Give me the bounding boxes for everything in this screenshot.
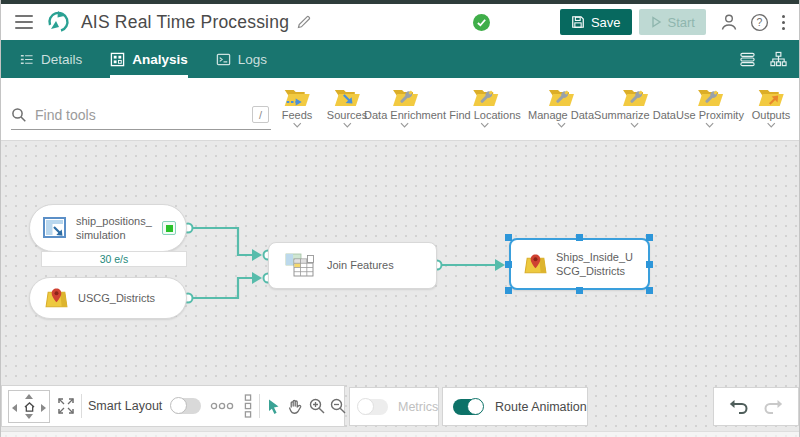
category-feeds[interactable]: Feeds [282,86,313,128]
metrics-panel: Metrics [349,387,439,426]
search-shortcut-badge: / [252,106,269,123]
category-label: Data Enrichment [364,109,446,121]
category-data-enrichment[interactable]: Data Enrichment [364,86,446,128]
zoom-to-fit-icon[interactable] [57,397,75,415]
canvas-scrollbar-track[interactable] [1,431,800,437]
selection-handle-nw[interactable] [505,234,512,241]
category-manage-data[interactable]: Manage Data [528,86,594,128]
tab-bar: Details Analysis Logs [1,40,800,78]
velocity-logo-icon [45,9,71,35]
pan-navigator[interactable] [8,390,50,423]
node-label: Ships_Inside_USCG_Districts [556,250,640,279]
route-animation-toggle[interactable] [453,399,483,415]
selection-handle-ne[interactable] [646,234,653,241]
model-hierarchy-icon[interactable] [770,51,787,68]
node-feed-ship-positions[interactable]: ship_positions_simulation [29,204,187,252]
category-summarize-data[interactable]: Summarize Data [594,86,676,128]
category-label: Find Locations [449,109,521,121]
edit-title-icon[interactable] [296,14,312,30]
category-label: Summarize Data [594,109,676,121]
tab-details[interactable]: Details [19,40,82,78]
smart-layout-label: Smart Layout [88,399,162,413]
svg-text:?: ? [757,17,763,28]
sources-folder-icon [333,86,361,108]
model-canvas[interactable]: ship_positions_simulation 30 e/s USCG_Di… [1,141,800,437]
redo-icon [763,397,784,417]
find-tools-search: / [11,100,271,130]
connection-feed-join[interactable] [188,228,252,255]
tool-folder-icon [391,86,419,108]
node-label: ship_positions_simulation [76,214,156,243]
selection-handle-s[interactable] [576,287,583,294]
save-button[interactable]: Save [560,9,632,35]
category-use-proximity[interactable]: Use Proximity [676,86,744,128]
arrowhead [252,249,262,261]
zoom-out-icon[interactable] [329,397,347,415]
outputs-folder-icon [757,86,785,108]
tab-details-label: Details [41,52,82,67]
vertical-layout-icon[interactable] [243,394,253,418]
layer-stack-icon[interactable] [739,51,756,68]
smart-layout-toggle[interactable] [171,398,201,414]
pan-up-icon[interactable] [25,394,33,399]
category-find-locations[interactable]: Find Locations [449,86,521,128]
chevron-down-icon [630,122,639,128]
chevron-down-icon [556,122,565,128]
pan-left-icon[interactable] [12,404,17,412]
horizontal-layout-icon[interactable] [210,401,234,411]
feeds-folder-icon [283,86,311,108]
node-tool-join-features[interactable]: Join Features [268,242,437,289]
selection-handle-se[interactable] [646,287,653,294]
selection-handle-e[interactable] [646,261,653,268]
chevron-down-icon [342,122,351,128]
node-source-uscg-districts[interactable]: USCG_Districts [29,277,187,319]
pan-hand-icon[interactable] [287,398,303,415]
category-outputs[interactable]: Outputs [752,86,791,128]
tool-folder-icon [547,86,575,108]
category-label: Use Proximity [676,109,744,121]
arrowhead [252,272,262,284]
home-icon[interactable] [24,402,35,412]
chevron-down-icon [480,122,489,128]
tabbar-right-actions [739,40,787,78]
start-button[interactable]: Start [639,9,706,35]
category-label: Manage Data [528,109,594,121]
pan-right-icon[interactable] [41,404,46,412]
header: AIS Real Time Processing Save Start [1,4,800,40]
divider [259,394,260,418]
connection-source-join[interactable] [188,278,252,298]
selection-handle-n[interactable] [576,234,583,241]
selection-handle-w[interactable] [505,261,512,268]
tab-analysis[interactable]: Analysis [110,40,188,78]
search-input[interactable] [35,107,252,123]
category-sources[interactable]: Sources [327,86,367,128]
details-icon [19,52,34,67]
tool-folder-icon [696,86,724,108]
running-status-indicator [162,221,176,235]
map-pin-icon [523,253,548,276]
help-icon[interactable]: ? [750,13,769,32]
selection-handle-sw[interactable] [505,287,512,294]
join-features-icon [285,252,315,279]
tab-logs[interactable]: Logs [216,40,267,78]
header-actions: Save Start ? [473,4,800,40]
metrics-label: Metrics [398,400,438,414]
category-label: Feeds [282,109,313,121]
hamburger-menu-icon[interactable] [15,15,33,29]
node-label: USCG_Districts [78,291,155,305]
undo-redo-panel [713,387,799,426]
zoom-in-icon[interactable] [308,397,326,415]
node-output-ships-inside-uscg[interactable]: Ships_Inside_USCG_Districts [509,238,650,290]
pan-down-icon[interactable] [25,414,33,419]
save-floppy-icon [571,15,585,29]
account-icon[interactable] [719,12,739,32]
route-animation-panel: Route Animation [442,387,588,426]
node-label: Join Features [327,258,394,272]
metrics-toggle[interactable] [358,399,388,415]
undo-icon[interactable] [728,397,749,417]
overflow-menu-icon[interactable] [780,13,787,32]
category-label: Outputs [752,109,791,121]
chevron-down-icon [767,122,776,128]
tool-folder-icon [471,86,499,108]
select-cursor-icon[interactable] [266,398,282,415]
